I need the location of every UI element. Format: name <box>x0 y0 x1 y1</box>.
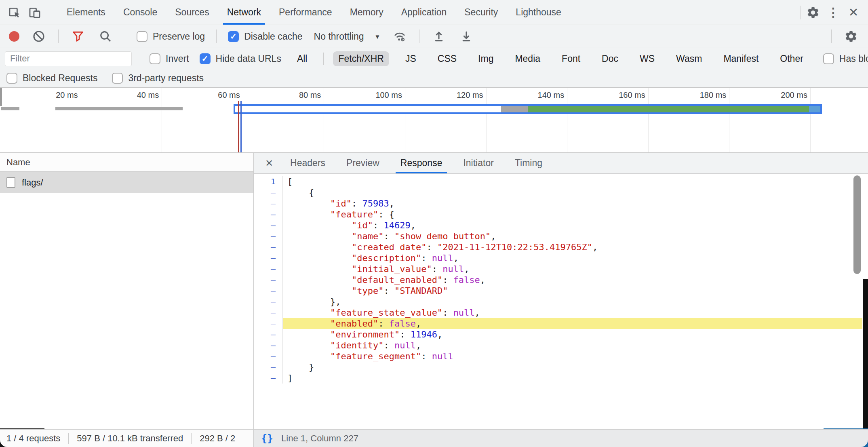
request-row[interactable]: flags/ <box>0 172 253 193</box>
preserve-log-checkbox[interactable] <box>137 31 147 42</box>
code-token: "feature_state_value" <box>330 308 442 318</box>
name-column-header[interactable]: Name <box>0 153 253 172</box>
summary-stat: 597 B / 10.1 kB transferred <box>68 433 183 444</box>
code-token: "2021-11-12T10:22:53.419765Z" <box>437 242 592 252</box>
code-text: "id": 75983, <box>283 198 862 209</box>
filter-input[interactable] <box>5 51 132 66</box>
main-tab[interactable]: Application <box>397 0 451 25</box>
hide-data-urls-checkbox[interactable] <box>200 53 211 64</box>
code-token: , <box>389 198 394 209</box>
code-token <box>287 253 352 263</box>
resource-type-filter[interactable]: Media <box>510 51 546 66</box>
network-conditions-icon[interactable] <box>392 28 408 44</box>
import-har-icon[interactable] <box>431 28 447 44</box>
detail-tab[interactable]: Preview <box>341 153 384 173</box>
overview-ruler: 20 ms 40 ms 60 ms 80 ms 100 ms 120 ms 14… <box>0 88 868 152</box>
detail-tab[interactable]: Initiator <box>458 153 498 173</box>
detail-tab[interactable]: Response <box>396 153 447 173</box>
resource-type-filter[interactable]: WS <box>634 51 660 66</box>
filter-bar: Invert Hide data URLs All Fetch/XHR JS C… <box>0 48 868 69</box>
throttling-select[interactable]: No throttling ▼ <box>314 31 381 42</box>
summary-stat: 1 / 4 requests <box>6 433 60 444</box>
code-token: "description" <box>352 253 421 263</box>
code-text: "default_enabled": false, <box>283 274 862 285</box>
code-token: { <box>287 188 314 198</box>
main-tab[interactable]: Security <box>460 0 502 25</box>
detail-tab[interactable]: Timing <box>510 153 547 173</box>
code-line: – "name": "show_demo_button", <box>254 231 868 242</box>
scrollbar-thumb[interactable] <box>853 175 861 274</box>
pretty-print-icon[interactable]: {} <box>261 432 273 444</box>
code-lines: 1 [ – { – "id": 75983, <box>254 174 868 384</box>
filter-funnel-icon[interactable] <box>70 28 86 44</box>
code-line: – "identity": null, <box>254 340 868 351</box>
resource-type-filter[interactable]: CSS <box>432 51 462 66</box>
resource-type-filter[interactable]: Fetch/XHR <box>333 51 389 66</box>
search-icon[interactable] <box>97 28 114 44</box>
resource-type-filter[interactable]: All <box>292 51 313 66</box>
resource-type-filter[interactable]: Img <box>473 51 499 66</box>
code-token <box>287 231 352 241</box>
code-text: { <box>283 187 862 198</box>
line-gutter: – <box>254 351 283 362</box>
blocked-requests-checkbox[interactable] <box>6 73 17 84</box>
code-token: "STANDARD" <box>394 286 448 296</box>
waterfall-waiting-segment <box>235 106 501 112</box>
code-token: 11946 <box>411 329 437 339</box>
code-token: } <box>287 362 314 372</box>
network-overview[interactable]: 20 ms 40 ms 60 ms 80 ms 100 ms 120 ms 14… <box>0 88 868 153</box>
code-token: : <box>432 264 443 274</box>
code-line: – { <box>254 187 868 198</box>
resource-type-filter[interactable]: Manifest <box>718 51 764 66</box>
close-detail-icon[interactable]: ✕ <box>259 153 280 173</box>
resource-type-filter[interactable]: JS <box>400 51 421 66</box>
ruler-tick: 20 ms <box>0 88 81 152</box>
resource-type-filter[interactable]: Other <box>775 51 809 66</box>
resource-type-filter[interactable]: Wasm <box>671 51 707 66</box>
main-tab[interactable]: Performance <box>275 0 336 25</box>
code-token <box>287 340 330 350</box>
source-status: {} Line 1, Column 227 <box>254 430 868 447</box>
code-token: : <box>352 198 362 209</box>
line-gutter: – <box>254 340 283 351</box>
resource-type-filter[interactable]: Doc <box>596 51 624 66</box>
code-token: "identity" <box>330 340 383 350</box>
main-tab[interactable]: Console <box>119 0 161 25</box>
code-line: – }, <box>254 296 868 307</box>
inspect-element-icon[interactable] <box>6 4 23 21</box>
main-tab[interactable]: Lighthouse <box>512 0 565 25</box>
export-har-icon[interactable] <box>458 28 474 44</box>
line-gutter: – <box>254 318 283 329</box>
invert-checkbox[interactable] <box>150 53 160 64</box>
main-tab[interactable]: Network <box>223 0 265 25</box>
code-token: "environment" <box>330 329 400 339</box>
code-line: – "id": 14629, <box>254 220 868 231</box>
code-token: "created_date" <box>352 242 426 252</box>
code-text: "feature": { <box>283 209 862 220</box>
has-blocked-cookies-checkbox[interactable] <box>823 53 834 64</box>
record-button[interactable] <box>9 31 19 42</box>
code-token: null <box>432 351 453 361</box>
code-token: false <box>453 275 480 285</box>
network-settings-gear-icon[interactable] <box>843 28 859 44</box>
third-party-requests-checkbox[interactable] <box>112 73 123 84</box>
clear-icon[interactable] <box>31 28 47 44</box>
resource-type-filter[interactable]: Font <box>556 51 586 66</box>
main-tab[interactable]: Elements <box>63 0 110 25</box>
main-tab[interactable]: Sources <box>171 0 213 25</box>
disable-cache-checkbox[interactable] <box>228 31 239 42</box>
line-gutter: – <box>254 373 283 384</box>
response-viewer: 1 [ – { – "id": 75983, <box>254 174 868 429</box>
close-devtools-icon[interactable]: ✕ <box>845 4 862 21</box>
divider <box>216 30 217 43</box>
main-tab[interactable]: Memory <box>346 0 388 25</box>
settings-gear-icon[interactable] <box>805 4 821 21</box>
more-options-kebab-icon[interactable]: ⋮ <box>825 4 841 21</box>
detail-tab[interactable]: Headers <box>285 153 330 173</box>
code-token: , <box>453 253 459 263</box>
device-toolbar-icon[interactable] <box>27 4 43 21</box>
waterfall-bar-flags[interactable] <box>234 104 822 114</box>
code-text: "feature_state_value": null, <box>283 307 862 318</box>
divider <box>831 30 832 43</box>
line-gutter: – <box>254 274 283 285</box>
